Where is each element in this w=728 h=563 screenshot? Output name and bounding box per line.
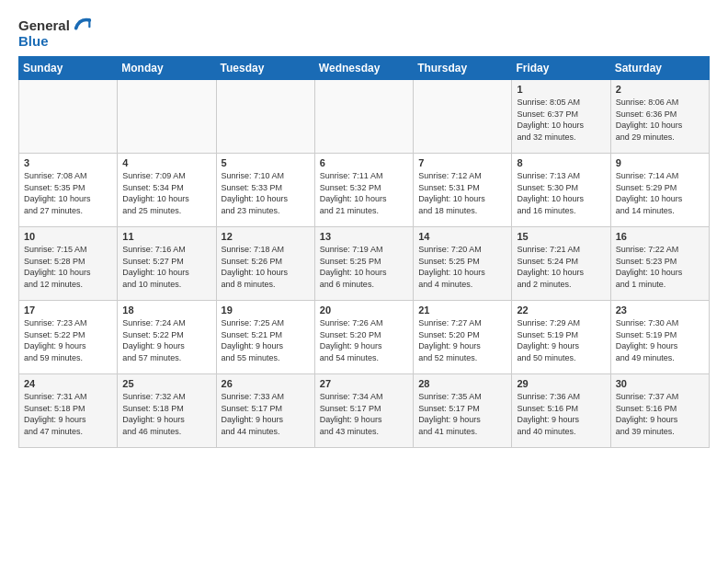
- day-info: Sunrise: 7:29 AM Sunset: 5:19 PM Dayligh…: [517, 317, 605, 363]
- col-header-sunday: Sunday: [19, 57, 118, 80]
- day-number: 17: [24, 304, 112, 316]
- day-info: Sunrise: 7:33 AM Sunset: 5:17 PM Dayligh…: [222, 391, 310, 437]
- day-info: Sunrise: 7:24 AM Sunset: 5:22 PM Dayligh…: [122, 317, 210, 363]
- calendar-cell: [118, 80, 216, 154]
- day-info: Sunrise: 7:23 AM Sunset: 5:22 PM Dayligh…: [24, 317, 112, 363]
- col-header-tuesday: Tuesday: [216, 57, 314, 80]
- day-info: Sunrise: 7:08 AM Sunset: 5:35 PM Dayligh…: [24, 170, 112, 216]
- logo-blue-text: Blue: [18, 33, 93, 49]
- day-number: 27: [320, 378, 408, 389]
- day-number: 26: [222, 378, 310, 389]
- day-info: Sunrise: 7:26 AM Sunset: 5:20 PM Dayligh…: [320, 317, 408, 363]
- calendar-cell: 13Sunrise: 7:19 AM Sunset: 5:25 PM Dayli…: [314, 227, 413, 301]
- col-header-thursday: Thursday: [414, 57, 512, 80]
- col-header-wednesday: Wednesday: [314, 57, 413, 80]
- calendar-cell: 24Sunrise: 7:31 AM Sunset: 5:18 PM Dayli…: [19, 374, 118, 448]
- calendar-cell: 22Sunrise: 7:29 AM Sunset: 5:19 PM Dayli…: [512, 301, 610, 374]
- day-number: 16: [616, 231, 704, 242]
- calendar-cell: 21Sunrise: 7:27 AM Sunset: 5:20 PM Dayli…: [414, 301, 512, 374]
- day-number: 23: [616, 304, 704, 316]
- day-info: Sunrise: 8:06 AM Sunset: 6:36 PM Dayligh…: [616, 97, 704, 143]
- day-number: 24: [24, 378, 112, 389]
- day-number: 9: [616, 157, 704, 168]
- calendar-cell: 10Sunrise: 7:15 AM Sunset: 5:28 PM Dayli…: [19, 227, 118, 301]
- calendar-cell: 23Sunrise: 7:30 AM Sunset: 5:19 PM Dayli…: [610, 301, 709, 374]
- calendar-week-row: 3Sunrise: 7:08 AM Sunset: 5:35 PM Daylig…: [19, 154, 710, 227]
- day-info: Sunrise: 7:14 AM Sunset: 5:29 PM Dayligh…: [616, 170, 704, 216]
- day-number: 7: [418, 157, 506, 168]
- day-info: Sunrise: 7:09 AM Sunset: 5:34 PM Dayligh…: [122, 170, 210, 216]
- calendar-week-row: 17Sunrise: 7:23 AM Sunset: 5:22 PM Dayli…: [19, 301, 710, 374]
- day-info: Sunrise: 7:12 AM Sunset: 5:31 PM Dayligh…: [418, 170, 506, 216]
- calendar-cell: [414, 80, 512, 154]
- calendar-cell: 9Sunrise: 7:14 AM Sunset: 5:29 PM Daylig…: [610, 154, 709, 227]
- calendar-cell: 30Sunrise: 7:37 AM Sunset: 5:16 PM Dayli…: [610, 374, 709, 448]
- logo: General Blue: [18, 15, 93, 49]
- day-number: 2: [616, 84, 704, 95]
- day-info: Sunrise: 7:31 AM Sunset: 5:18 PM Dayligh…: [24, 391, 112, 437]
- day-number: 30: [616, 378, 704, 389]
- calendar-table: SundayMondayTuesdayWednesdayThursdayFrid…: [18, 56, 710, 448]
- day-number: 3: [24, 157, 112, 168]
- day-number: 19: [222, 304, 310, 316]
- calendar-cell: 17Sunrise: 7:23 AM Sunset: 5:22 PM Dayli…: [19, 301, 118, 374]
- calendar-cell: 2Sunrise: 8:06 AM Sunset: 6:36 PM Daylig…: [610, 80, 709, 154]
- calendar-cell: 1Sunrise: 8:05 AM Sunset: 6:37 PM Daylig…: [512, 80, 610, 154]
- calendar-cell: 18Sunrise: 7:24 AM Sunset: 5:22 PM Dayli…: [118, 301, 216, 374]
- day-info: Sunrise: 8:05 AM Sunset: 6:37 PM Dayligh…: [517, 97, 605, 143]
- calendar-week-row: 1Sunrise: 8:05 AM Sunset: 6:37 PM Daylig…: [19, 80, 710, 154]
- day-info: Sunrise: 7:36 AM Sunset: 5:16 PM Dayligh…: [517, 391, 605, 437]
- calendar-week-row: 10Sunrise: 7:15 AM Sunset: 5:28 PM Dayli…: [19, 227, 710, 301]
- day-number: 29: [517, 378, 605, 389]
- calendar-cell: 27Sunrise: 7:34 AM Sunset: 5:17 PM Dayli…: [314, 374, 413, 448]
- calendar-cell: 5Sunrise: 7:10 AM Sunset: 5:33 PM Daylig…: [216, 154, 314, 227]
- logo-icon: [73, 15, 93, 35]
- day-info: Sunrise: 7:10 AM Sunset: 5:33 PM Dayligh…: [222, 170, 310, 216]
- calendar-header-row: SundayMondayTuesdayWednesdayThursdayFrid…: [19, 57, 710, 80]
- day-info: Sunrise: 7:19 AM Sunset: 5:25 PM Dayligh…: [320, 244, 408, 290]
- day-number: 8: [517, 157, 605, 168]
- day-number: 6: [320, 157, 408, 168]
- calendar-cell: 8Sunrise: 7:13 AM Sunset: 5:30 PM Daylig…: [512, 154, 610, 227]
- day-info: Sunrise: 7:16 AM Sunset: 5:27 PM Dayligh…: [122, 244, 210, 290]
- day-info: Sunrise: 7:20 AM Sunset: 5:25 PM Dayligh…: [418, 244, 506, 290]
- day-number: 21: [418, 304, 506, 316]
- day-info: Sunrise: 7:34 AM Sunset: 5:17 PM Dayligh…: [320, 391, 408, 437]
- calendar-cell: 14Sunrise: 7:20 AM Sunset: 5:25 PM Dayli…: [414, 227, 512, 301]
- calendar-cell: 12Sunrise: 7:18 AM Sunset: 5:26 PM Dayli…: [216, 227, 314, 301]
- day-number: 25: [122, 378, 210, 389]
- day-number: 18: [122, 304, 210, 316]
- day-number: 20: [320, 304, 408, 316]
- day-number: 22: [517, 304, 605, 316]
- day-number: 5: [222, 157, 310, 168]
- day-number: 10: [24, 231, 112, 242]
- calendar-cell: [19, 80, 118, 154]
- calendar-cell: 25Sunrise: 7:32 AM Sunset: 5:18 PM Dayli…: [118, 374, 216, 448]
- day-number: 1: [517, 84, 605, 95]
- day-info: Sunrise: 7:27 AM Sunset: 5:20 PM Dayligh…: [418, 317, 506, 363]
- day-number: 13: [320, 231, 408, 242]
- calendar-cell: 6Sunrise: 7:11 AM Sunset: 5:32 PM Daylig…: [314, 154, 413, 227]
- calendar-cell: 29Sunrise: 7:36 AM Sunset: 5:16 PM Dayli…: [512, 374, 610, 448]
- calendar-cell: 7Sunrise: 7:12 AM Sunset: 5:31 PM Daylig…: [414, 154, 512, 227]
- calendar-cell: 15Sunrise: 7:21 AM Sunset: 5:24 PM Dayli…: [512, 227, 610, 301]
- calendar-cell: 3Sunrise: 7:08 AM Sunset: 5:35 PM Daylig…: [19, 154, 118, 227]
- day-number: 12: [222, 231, 310, 242]
- day-info: Sunrise: 7:25 AM Sunset: 5:21 PM Dayligh…: [222, 317, 310, 363]
- day-info: Sunrise: 7:21 AM Sunset: 5:24 PM Dayligh…: [517, 244, 605, 290]
- day-info: Sunrise: 7:30 AM Sunset: 5:19 PM Dayligh…: [616, 317, 704, 363]
- logo-general-text: General: [18, 17, 70, 33]
- day-number: 14: [418, 231, 506, 242]
- calendar-cell: 11Sunrise: 7:16 AM Sunset: 5:27 PM Dayli…: [118, 227, 216, 301]
- page-header: General Blue: [18, 15, 710, 49]
- col-header-monday: Monday: [118, 57, 216, 80]
- calendar-cell: 16Sunrise: 7:22 AM Sunset: 5:23 PM Dayli…: [610, 227, 709, 301]
- day-number: 28: [418, 378, 506, 389]
- calendar-cell: 20Sunrise: 7:26 AM Sunset: 5:20 PM Dayli…: [314, 301, 413, 374]
- calendar-cell: [314, 80, 413, 154]
- day-info: Sunrise: 7:32 AM Sunset: 5:18 PM Dayligh…: [122, 391, 210, 437]
- day-info: Sunrise: 7:13 AM Sunset: 5:30 PM Dayligh…: [517, 170, 605, 216]
- day-info: Sunrise: 7:35 AM Sunset: 5:17 PM Dayligh…: [418, 391, 506, 437]
- day-info: Sunrise: 7:18 AM Sunset: 5:26 PM Dayligh…: [222, 244, 310, 290]
- calendar-cell: 4Sunrise: 7:09 AM Sunset: 5:34 PM Daylig…: [118, 154, 216, 227]
